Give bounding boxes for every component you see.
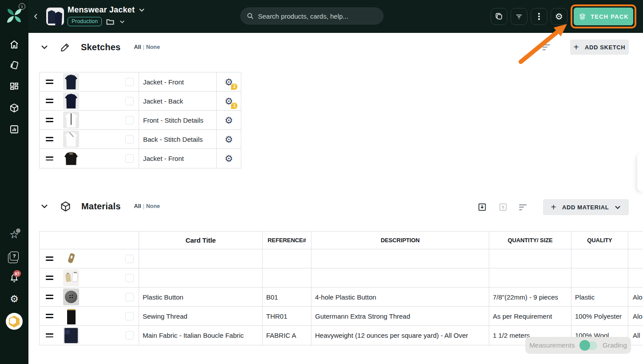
folder-chevron-down-icon[interactable] (120, 20, 125, 24)
row-checkbox[interactable] (125, 312, 134, 320)
add-material-button[interactable]: + ADD MATERIAL (543, 199, 629, 215)
drag-handle[interactable] (46, 99, 53, 103)
sketch-settings-button[interactable]: ⚙ (225, 116, 233, 125)
material-reference[interactable] (263, 268, 312, 287)
material-thumbnail[interactable] (63, 308, 79, 324)
sketches-collapse-chevron-icon[interactable] (41, 45, 48, 49)
sketch-thumbnail[interactable] (63, 150, 79, 167)
sidebar-item-settings[interactable]: ⚙ (0, 294, 28, 304)
more-options-button[interactable] (531, 8, 547, 25)
material-reference[interactable] (263, 249, 312, 268)
sketch-title[interactable]: Front - Stitch Details (139, 111, 217, 129)
material-reference[interactable]: B01 (263, 288, 312, 306)
import-icon[interactable] (477, 202, 487, 212)
materials-filter-all[interactable]: All (134, 203, 141, 209)
row-checkbox[interactable] (125, 154, 134, 163)
sketch-thumbnail[interactable] (63, 112, 79, 128)
sidebar-item-reports[interactable] (0, 124, 28, 135)
column-header-reference[interactable]: REFERENCE# (263, 232, 312, 249)
material-quantity[interactable]: As per Requirement (489, 307, 571, 325)
row-checkbox[interactable] (125, 135, 134, 144)
material-quality[interactable] (571, 249, 628, 268)
sidebar-item-dashboard[interactable] (0, 81, 28, 92)
material-thumbnail[interactable] (63, 327, 79, 344)
sketch-settings-button[interactable]: ⚙1 (225, 96, 233, 106)
sketch-title[interactable]: Jacket - Front (139, 72, 217, 91)
materials-collapse-chevron-icon[interactable] (41, 204, 48, 208)
row-checkbox[interactable] (125, 274, 134, 282)
material-title[interactable]: Sewing Thread (139, 307, 263, 325)
sketch-thumbnail[interactable] (63, 131, 79, 148)
drag-handle[interactable] (46, 314, 53, 318)
sketch-title[interactable]: Jacket - Back (139, 92, 217, 110)
sketch-title[interactable]: Back - Stitch Details (139, 130, 217, 148)
material-quantity[interactable]: 7/8"(22mm) - 9 pieces (489, 288, 571, 306)
material-title[interactable] (139, 268, 263, 287)
material-description[interactable]: 4-hole Plastic Button (312, 288, 489, 306)
material-thumbnail[interactable] (63, 288, 79, 305)
drag-handle[interactable] (46, 333, 53, 337)
material-description[interactable]: Gutermann Extra Strong Thread (312, 307, 489, 325)
row-checkbox[interactable] (125, 331, 134, 340)
material-extra[interactable] (628, 249, 643, 268)
drag-handle[interactable] (46, 156, 53, 160)
drag-handle[interactable] (46, 137, 53, 141)
material-quantity[interactable] (489, 249, 571, 268)
sketches-sort-icon[interactable] (543, 44, 550, 50)
column-header-quality[interactable]: QUALITY (571, 232, 628, 249)
sidebar-item-home[interactable] (0, 39, 28, 50)
material-title[interactable]: Main Fabric - Italian Boucle Fabric (139, 326, 263, 345)
material-thumbnail[interactable] (63, 269, 79, 286)
sidebar-item-favorites[interactable]: ☆ (0, 229, 28, 240)
drag-handle[interactable] (46, 80, 53, 84)
row-checkbox[interactable] (125, 116, 134, 124)
material-description[interactable] (312, 268, 489, 287)
sketch-thumbnail[interactable] (63, 73, 79, 90)
duplicate-button[interactable] (491, 8, 507, 25)
material-quality[interactable] (571, 268, 628, 287)
material-extra[interactable]: Alo (628, 288, 643, 306)
export-icon[interactable] (498, 202, 508, 212)
drag-handle[interactable] (46, 276, 53, 280)
sidebar-item-cards[interactable] (0, 60, 28, 71)
material-title[interactable] (139, 249, 263, 268)
material-quantity[interactable] (489, 268, 571, 287)
search-bar[interactable] (240, 8, 383, 24)
sketch-settings-button[interactable]: ⚙ (225, 135, 233, 144)
info-icon[interactable]: i (19, 3, 25, 10)
sketches-filter-all[interactable]: All (134, 44, 141, 50)
material-description[interactable]: Heavyweight (12 ounces per square yard) … (312, 326, 489, 345)
drag-handle[interactable] (46, 118, 53, 122)
search-input[interactable] (258, 12, 377, 20)
material-extra[interactable] (628, 268, 643, 287)
page-title[interactable]: Menswear Jacket (68, 5, 135, 15)
scroll-edge-tab[interactable] (637, 153, 643, 192)
column-header-quantity[interactable]: QUANTITY/ SIZE (489, 232, 571, 249)
row-checkbox[interactable] (125, 255, 134, 263)
materials-filter-none[interactable]: None (146, 203, 160, 209)
add-sketch-button[interactable]: + ADD SKETCH (570, 40, 629, 55)
back-button[interactable]: ‹ (34, 10, 38, 21)
app-logo-icon[interactable] (0, 7, 28, 24)
column-header-description[interactable]: DESCRIPTION (312, 232, 489, 249)
column-header-card-title[interactable]: Card Title (139, 232, 263, 249)
sketches-filter-none[interactable]: None (146, 44, 160, 50)
filter-button[interactable] (511, 8, 527, 25)
drag-handle[interactable] (46, 256, 53, 260)
title-chevron-down-icon[interactable] (139, 8, 145, 12)
row-checkbox[interactable] (125, 78, 134, 86)
settings-button[interactable]: ⚙ (551, 8, 567, 25)
sidebar-item-help[interactable]: ? (0, 252, 28, 260)
material-reference[interactable]: FABRIC A (263, 326, 312, 345)
user-avatar[interactable] (0, 313, 28, 330)
material-extra[interactable]: Alo (628, 307, 643, 325)
status-badge[interactable]: Production (68, 17, 102, 26)
folder-icon[interactable] (106, 18, 115, 25)
material-thumbnail[interactable] (63, 250, 79, 267)
sketch-title[interactable]: Jacket - Front (139, 149, 217, 168)
material-reference[interactable]: THR01 (263, 307, 312, 325)
sketch-thumbnail[interactable] (63, 92, 79, 109)
toggle-switch[interactable] (580, 341, 597, 350)
material-quality[interactable]: Plastic (571, 288, 628, 306)
material-quality[interactable]: 100% Polyester (571, 307, 628, 325)
